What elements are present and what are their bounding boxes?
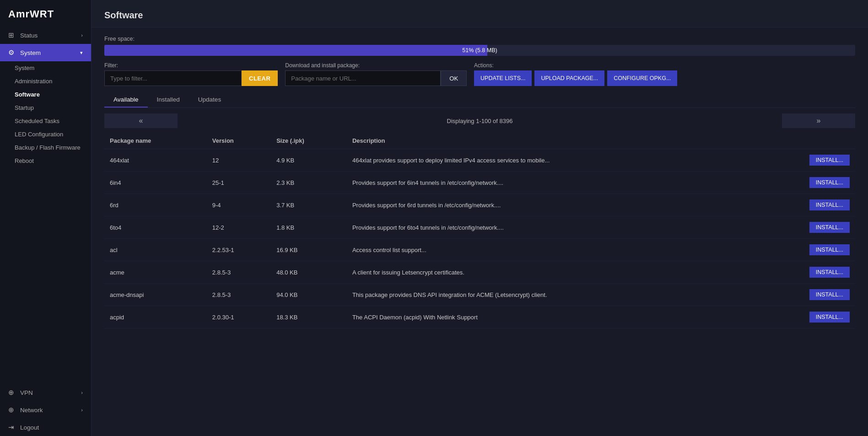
pkg-size: 94.0 KB	[271, 284, 347, 306]
ok-button[interactable]: OK	[441, 70, 467, 86]
pkg-install-cell: INSTALL...	[755, 306, 855, 328]
col-package-name: Package name	[104, 133, 207, 149]
install-button[interactable]: INSTALL...	[809, 289, 850, 300]
chevron-down-icon: ▾	[80, 50, 83, 56]
next-page-button[interactable]: »	[782, 113, 855, 128]
sidebar-item-label: Network	[20, 407, 43, 414]
pkg-name: 6rd	[104, 194, 207, 216]
pkg-name: 6to4	[104, 216, 207, 239]
table-row: acpid 2.0.30-1 18.3 KB The ACPI Daemon (…	[104, 306, 855, 328]
pagination-row: « Displaying 1-100 of 8396 »	[104, 113, 855, 128]
pkg-name: 464xlat	[104, 149, 207, 172]
install-button[interactable]: INSTALL...	[809, 244, 850, 255]
col-action	[755, 133, 855, 149]
pkg-install-cell: INSTALL...	[755, 149, 855, 172]
pkg-description: Access control list support...	[347, 239, 755, 261]
pkg-description: A client for issuing Letsencrypt certifi…	[347, 261, 755, 284]
pkg-size: 16.9 KB	[271, 239, 347, 261]
package-input[interactable]	[285, 70, 441, 86]
pkg-size: 3.7 KB	[271, 194, 347, 216]
install-button[interactable]: INSTALL...	[809, 177, 850, 188]
col-size: Size (.ipk)	[271, 133, 347, 149]
sub-item-label: Startup	[15, 104, 34, 111]
tab-installed[interactable]: Installed	[148, 92, 189, 108]
page-title: Software	[104, 10, 855, 21]
sub-item-label: Scheduled Tasks	[15, 118, 59, 124]
free-space-bar: 51% (5.8 MB)	[104, 45, 855, 56]
install-button[interactable]: INSTALL...	[809, 267, 850, 278]
pkg-size: 2.3 KB	[271, 172, 347, 194]
filter-label: Filter:	[104, 62, 278, 69]
sidebar-item-label: VPN	[20, 389, 33, 396]
sidebar-item-system-sub[interactable]: System	[0, 61, 91, 75]
sidebar-item-status[interactable]: ⊞ Status ›	[0, 27, 91, 44]
status-icon: ⊞	[8, 31, 16, 39]
sub-item-label: Software	[15, 91, 40, 98]
main-content: Software Free space: 51% (5.8 MB) Filter…	[92, 0, 868, 436]
upload-package-button[interactable]: UPLOAD PACKAGE...	[534, 70, 604, 86]
pkg-version: 12	[207, 149, 271, 172]
sub-item-label: System	[15, 65, 34, 71]
sidebar-item-logout[interactable]: ⇥ Logout	[0, 419, 91, 436]
pkg-version: 2.8.5-3	[207, 261, 271, 284]
sidebar-item-scheduled-tasks[interactable]: Scheduled Tasks	[0, 114, 91, 128]
update-lists-button[interactable]: UPDATE LISTS...	[474, 70, 532, 86]
pkg-size: 48.0 KB	[271, 261, 347, 284]
filter-group: Filter: CLEAR	[104, 62, 278, 86]
install-button[interactable]: INSTALL...	[809, 199, 850, 210]
network-icon: ⊕	[8, 406, 16, 414]
sidebar-item-software[interactable]: Software	[0, 88, 91, 101]
pkg-description: This package provides DNS API integratio…	[347, 284, 755, 306]
col-version: Version	[207, 133, 271, 149]
sidebar: AmrWRT ⊞ Status › ⚙ System ▾ System Admi…	[0, 0, 92, 436]
chevron-right-icon: ›	[81, 407, 83, 413]
pkg-version: 2.0.30-1	[207, 306, 271, 328]
pkg-description: The ACPI Daemon (acpid) With Netlink Sup…	[347, 306, 755, 328]
sub-item-label: Backup / Flash Firmware	[15, 144, 81, 151]
sidebar-item-label: Logout	[20, 424, 39, 431]
table-row: acl 2.2.53-1 16.9 KB Access control list…	[104, 239, 855, 261]
install-button[interactable]: INSTALL...	[809, 155, 850, 166]
sidebar-item-startup[interactable]: Startup	[0, 101, 91, 114]
content-area: Free space: 51% (5.8 MB) Filter: CLEAR D…	[92, 27, 868, 436]
pkg-version: 25-1	[207, 172, 271, 194]
actions-group: Actions: UPDATE LISTS... UPLOAD PACKAGE.…	[474, 62, 677, 86]
app-logo: AmrWRT	[0, 0, 91, 27]
sidebar-item-system[interactable]: ⚙ System ▾	[0, 44, 91, 61]
sidebar-item-administration[interactable]: Administration	[0, 75, 91, 88]
tabs-row: Available Installed Updates	[104, 92, 855, 108]
sidebar-item-network[interactable]: ⊕ Network ›	[0, 401, 91, 419]
pkg-version: 2.8.5-3	[207, 284, 271, 306]
sidebar-item-backup-flash[interactable]: Backup / Flash Firmware	[0, 141, 91, 154]
install-button[interactable]: INSTALL...	[809, 222, 850, 233]
sidebar-item-reboot[interactable]: Reboot	[0, 154, 91, 167]
chevron-right-icon: ›	[81, 32, 83, 38]
sub-item-label: LED Configuration	[15, 131, 63, 138]
tab-updates[interactable]: Updates	[189, 92, 230, 108]
pkg-install-cell: INSTALL...	[755, 194, 855, 216]
sidebar-item-vpn[interactable]: ⊕ VPN ›	[0, 384, 91, 401]
page-header: Software	[92, 0, 868, 27]
tab-available[interactable]: Available	[104, 92, 148, 108]
free-space-label: Free space:	[104, 36, 855, 42]
prev-page-button[interactable]: «	[104, 113, 178, 128]
table-row: 6rd 9-4 3.7 KB Provides support for 6rd …	[104, 194, 855, 216]
configure-opkg-button[interactable]: CONFIGURE OPKG...	[607, 70, 677, 86]
pkg-install-cell: INSTALL...	[755, 239, 855, 261]
clear-button[interactable]: CLEAR	[242, 70, 278, 86]
pkg-name: acpid	[104, 306, 207, 328]
sidebar-item-label: System	[20, 49, 41, 56]
pkg-description: Provides support for 6in4 tunnels in /et…	[347, 172, 755, 194]
chevron-right-icon: ›	[81, 390, 83, 395]
sub-item-label: Administration	[15, 78, 52, 85]
install-button[interactable]: INSTALL...	[809, 312, 850, 323]
progress-bar-text: 51% (5.8 MB)	[104, 47, 855, 54]
pkg-description: Provides support for 6to4 tunnels in /et…	[347, 216, 755, 239]
pkg-install-cell: INSTALL...	[755, 261, 855, 284]
pkg-version: 9-4	[207, 194, 271, 216]
pkg-name: 6in4	[104, 172, 207, 194]
filter-input[interactable]	[104, 70, 242, 86]
table-row: acme 2.8.5-3 48.0 KB A client for issuin…	[104, 261, 855, 284]
sidebar-item-led-configuration[interactable]: LED Configuration	[0, 128, 91, 141]
table-row: 6in4 25-1 2.3 KB Provides support for 6i…	[104, 172, 855, 194]
